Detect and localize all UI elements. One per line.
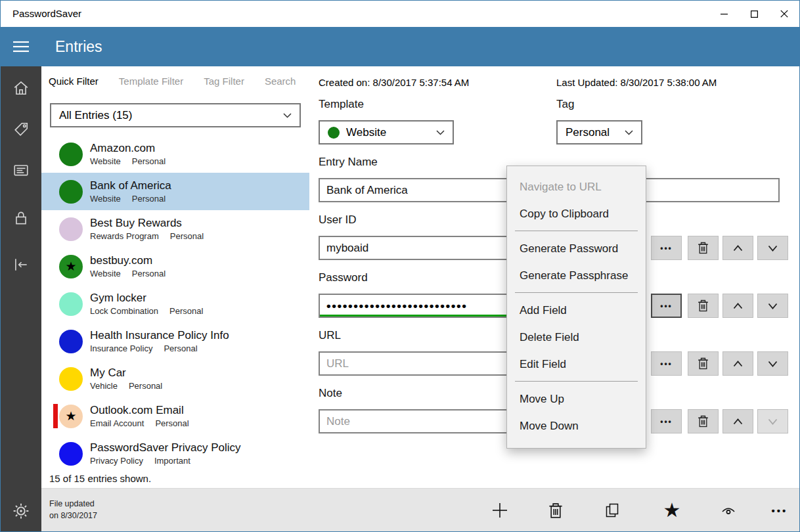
star-icon: ★ — [663, 500, 681, 520]
reveal-button[interactable] — [712, 494, 745, 527]
entry-tag-name: Important — [154, 456, 190, 466]
template-color-icon — [328, 127, 340, 139]
url-more-button[interactable]: ••• — [651, 351, 682, 376]
user-id-more-button[interactable]: ••• — [651, 236, 682, 260]
menu-separator — [515, 381, 638, 382]
note-more-button[interactable]: ••• — [651, 409, 682, 433]
trash-icon — [698, 415, 709, 428]
list-item[interactable]: ★Outlook.com EmailEmail AccountPersonal — [41, 397, 309, 435]
close-button[interactable] — [769, 1, 799, 27]
filter-tab-tag-filter[interactable]: Tag Filter — [204, 76, 244, 87]
entry-template-name: Rewards Program — [90, 231, 159, 241]
window-controls — [709, 1, 799, 27]
list-item[interactable]: Best Buy RewardsRewards ProgramPersonal — [41, 210, 309, 248]
list-item[interactable]: Amazon.comWebsitePersonal — [41, 135, 309, 173]
user-id-move-down-button[interactable] — [757, 236, 788, 260]
menu-item-generate-passphrase[interactable]: Generate Passphrase — [507, 262, 646, 289]
entry-template-name: Website — [90, 156, 121, 166]
entry-tag-name: Personal — [170, 231, 204, 241]
entry-title: Health Insurance Policy Info — [90, 329, 229, 342]
list-item[interactable]: Bank of AmericaWebsitePersonal — [41, 173, 309, 210]
entry-tag-name: Personal — [132, 194, 166, 204]
entry-color-icon — [59, 143, 83, 166]
filter-tabs: Quick FilterTemplate FilterTag FilterSea… — [49, 76, 296, 87]
menu-separator — [515, 292, 638, 293]
entry-title: PasswordSaver Privacy Policy — [90, 441, 241, 454]
hamburger-icon — [12, 40, 30, 53]
note-move-up-button[interactable] — [722, 409, 753, 433]
password-more-button[interactable]: ••• — [651, 294, 682, 318]
entries-filter-dropdown[interactable]: All Entries (15) — [50, 103, 301, 127]
entry-text: Amazon.comWebsitePersonal — [90, 142, 166, 166]
tags-nav-button[interactable] — [1, 115, 41, 144]
add-entry-button[interactable] — [483, 494, 516, 527]
filter-tab-search[interactable]: Search — [265, 76, 296, 87]
entry-template-name: Insurance Policy — [90, 344, 152, 353]
template-dropdown[interactable]: Website — [319, 120, 454, 144]
url-delete-field-button[interactable] — [688, 351, 719, 376]
settings-button[interactable] — [1, 497, 41, 525]
password-delete-field-button[interactable] — [688, 294, 719, 318]
chevron-down-icon — [436, 130, 445, 135]
lock-nav-button[interactable] — [1, 204, 41, 233]
note-delete-field-button[interactable] — [688, 409, 719, 433]
file-status-line2: on 8/30/2017 — [49, 510, 97, 523]
favorite-button[interactable]: ★ — [656, 494, 688, 527]
page-title: Entries — [55, 27, 102, 66]
close-icon — [780, 10, 788, 18]
menu-item-generate-password[interactable]: Generate Password — [507, 235, 646, 262]
menu-item-edit-field[interactable]: Edit Field — [507, 351, 646, 378]
menu-item-move-down[interactable]: Move Down — [507, 412, 646, 439]
favorite-star-icon: ★ — [65, 260, 76, 273]
user-id-delete-field-button[interactable] — [688, 236, 719, 260]
tag-label: Tag — [556, 98, 574, 111]
gear-icon — [12, 502, 30, 520]
card-icon — [12, 162, 30, 179]
title-bar: PasswordSaver — [1, 1, 799, 27]
hamburger-menu-button[interactable] — [1, 27, 41, 66]
user-id-move-up-button[interactable] — [722, 236, 753, 260]
app-title: PasswordSaver — [12, 1, 81, 27]
entry-text: Health Insurance Policy InfoInsurance Po… — [90, 329, 229, 353]
lock-icon — [12, 210, 30, 227]
entry-title: Outlook.com Email — [90, 404, 189, 417]
templates-nav-button[interactable] — [1, 156, 41, 185]
password-move-up-button[interactable] — [722, 294, 753, 318]
delete-entry-button[interactable] — [539, 494, 572, 527]
entry-template-name: Privacy Policy — [90, 456, 143, 466]
url-move-down-button[interactable] — [757, 351, 788, 376]
list-item[interactable]: Gym lockerLock CombinationPersonal — [41, 285, 309, 322]
home-nav-button[interactable] — [1, 74, 41, 102]
chevron-down-icon — [768, 418, 778, 425]
entry-tag-name: Personal — [155, 418, 189, 428]
url-move-up-button[interactable] — [722, 351, 753, 376]
maximize-button[interactable] — [739, 1, 769, 27]
minimize-button[interactable] — [709, 1, 739, 27]
more-options-button[interactable]: ••• — [763, 494, 796, 527]
menu-item-delete-field[interactable]: Delete Field — [507, 324, 646, 351]
chevron-down-icon — [768, 361, 778, 367]
entry-tag-name: Personal — [169, 306, 203, 316]
filter-tab-quick-filter[interactable]: Quick Filter — [49, 76, 99, 87]
entry-title: bestbuy.com — [90, 254, 166, 267]
tag-dropdown[interactable]: Personal — [556, 120, 642, 144]
entry-text: PasswordSaver Privacy PolicyPrivacy Poli… — [90, 441, 241, 466]
password-move-down-button[interactable] — [757, 294, 788, 318]
entries-panel: Quick FilterTemplate FilterTag FilterSea… — [41, 66, 309, 488]
list-item[interactable]: My CarVehiclePersonal — [41, 360, 309, 397]
more-icon: ••• — [660, 244, 673, 253]
list-item[interactable]: ★bestbuy.comWebsitePersonal — [41, 248, 309, 285]
menu-item-move-up[interactable]: Move Up — [507, 386, 646, 412]
chevron-down-icon — [768, 245, 778, 252]
menu-item-add-field[interactable]: Add Field — [507, 297, 646, 324]
list-item[interactable]: PasswordSaver Privacy PolicyPrivacy Poli… — [41, 435, 309, 468]
filter-tab-template-filter[interactable]: Template Filter — [119, 76, 183, 87]
copy-entry-button[interactable] — [596, 494, 629, 527]
entry-tag-name: Personal — [132, 269, 166, 278]
entry-template-name: Website — [90, 194, 121, 204]
menu-item-copy-to-clipboard[interactable]: Copy to Clipboard — [507, 200, 646, 227]
exit-nav-button[interactable] — [1, 250, 41, 279]
file-status-line1: File updated — [49, 498, 97, 510]
list-item[interactable]: Health Insurance Policy InfoInsurance Po… — [41, 322, 309, 360]
file-status: File updated on 8/30/2017 — [49, 498, 97, 523]
